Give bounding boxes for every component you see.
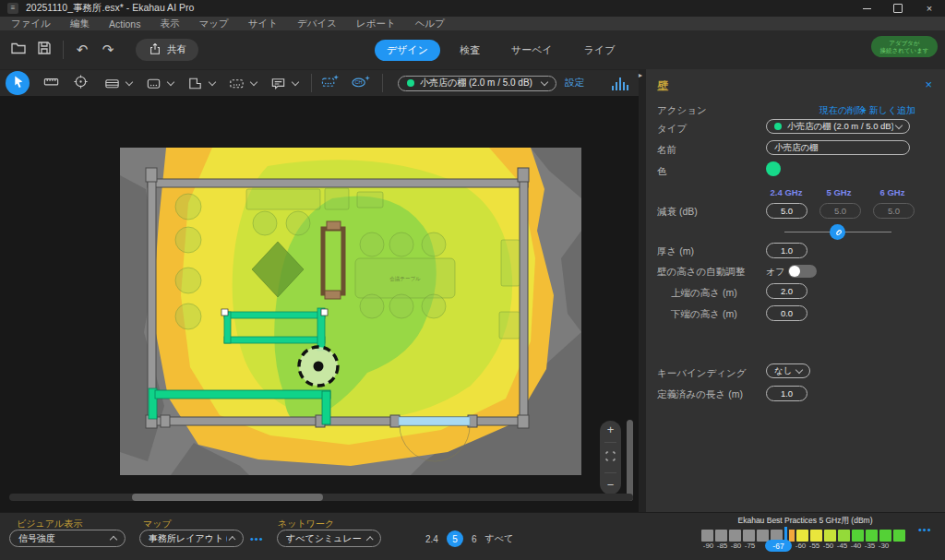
horizontal-scrollbar-thumb[interactable] bbox=[132, 494, 323, 501]
legend-swatch bbox=[879, 530, 891, 542]
legend-tick: -85 bbox=[715, 542, 729, 550]
wall-tool-button[interactable] bbox=[100, 72, 132, 94]
band-6-button[interactable]: 6 bbox=[472, 534, 477, 544]
link-frequencies-toggle[interactable] bbox=[830, 224, 845, 240]
name-label: 名前 bbox=[657, 144, 676, 157]
band-5-button[interactable]: 5 bbox=[447, 530, 463, 547]
legend-swatch bbox=[789, 530, 795, 542]
calibrate-tool-button[interactable] bbox=[68, 72, 92, 94]
chevron-up-icon bbox=[110, 536, 117, 543]
freq-header-5ghz[interactable]: 5 GHz bbox=[813, 187, 865, 197]
crosshair-icon bbox=[72, 73, 90, 94]
menu-item-site[interactable]: サイト bbox=[248, 18, 278, 30]
map-more-button[interactable]: ••• bbox=[250, 533, 264, 544]
color-swatch[interactable] bbox=[766, 161, 781, 176]
simulated-ap-tool-button[interactable] bbox=[224, 72, 257, 94]
selection-handle[interactable] bbox=[221, 309, 228, 316]
door-window[interactable] bbox=[399, 417, 470, 425]
ai-channel-plan-button[interactable]: CH bbox=[349, 72, 373, 94]
undo-button[interactable]: ↶ bbox=[69, 38, 95, 62]
chevron-up-icon bbox=[229, 536, 236, 543]
minimize-button[interactable] bbox=[851, 0, 882, 17]
delete-current-link[interactable]: 現在の削除 bbox=[819, 104, 866, 117]
visual-display-dropdown[interactable]: 信号強度 bbox=[9, 530, 126, 547]
menu-item-map[interactable]: マップ bbox=[198, 18, 228, 30]
panel-collapse-arrow[interactable]: ▸ bbox=[639, 71, 642, 79]
bottom-height-input[interactable]: 0.0 bbox=[766, 305, 807, 321]
menu-item-edit[interactable]: 編集 bbox=[70, 18, 90, 30]
auto-height-toggle[interactable] bbox=[788, 265, 817, 278]
tab-survey[interactable]: サーベイ bbox=[499, 40, 565, 61]
attenuation-input-24ghz[interactable]: 5.0 bbox=[766, 203, 807, 219]
histogram-button[interactable] bbox=[612, 77, 629, 90]
menu-item-report[interactable]: レポート bbox=[356, 18, 396, 30]
name-input[interactable]: 小売店の棚 bbox=[766, 140, 910, 155]
network-label: ネットワーク bbox=[278, 518, 334, 530]
band-all-button[interactable]: すべて bbox=[484, 532, 513, 545]
vertical-scrollbar[interactable] bbox=[627, 420, 633, 501]
toolbar-divider bbox=[382, 74, 383, 92]
menu-item-device[interactable]: デバイス bbox=[297, 18, 337, 30]
zoom-out-button[interactable]: − bbox=[607, 480, 615, 491]
network-dropdown[interactable]: すべてシミュレート... bbox=[277, 530, 381, 547]
share-button[interactable]: 共有 bbox=[136, 39, 198, 61]
threshold-pill[interactable]: -67 bbox=[765, 540, 792, 552]
horizontal-scrollbar[interactable] bbox=[9, 494, 633, 501]
close-button[interactable]: × bbox=[914, 0, 945, 17]
zoom-fit-button[interactable] bbox=[604, 449, 616, 466]
open-project-button[interactable] bbox=[6, 38, 31, 62]
map-canvas[interactable]: 会議テーブル bbox=[0, 96, 639, 512]
keybinding-dropdown[interactable]: なし bbox=[766, 363, 810, 378]
ruler-tool-button[interactable] bbox=[39, 72, 63, 94]
thickness-input[interactable]: 1.0 bbox=[766, 243, 807, 258]
menu-item-help[interactable]: ヘルプ bbox=[415, 18, 445, 30]
access-point[interactable] bbox=[299, 347, 338, 386]
window-title: 20251110_事務所.esx* - Ekahau AI Pro bbox=[26, 2, 194, 15]
legend-tick: -30 bbox=[877, 542, 891, 550]
legend-tick: -50 bbox=[821, 542, 835, 550]
tab-design[interactable]: デザイン bbox=[375, 40, 440, 61]
add-new-link[interactable]: + 新しく追加 bbox=[861, 104, 915, 117]
wall-type-dropdown[interactable]: 小売店の棚 (2.0 m / 5.0 dB) bbox=[398, 76, 556, 91]
legend-swatch bbox=[824, 530, 836, 542]
access-point-tool-icon bbox=[141, 72, 165, 94]
legend-more-button[interactable]: ••• bbox=[918, 524, 932, 535]
map-dropdown[interactable]: 事務所レイアウト (1)_1 bbox=[139, 530, 244, 547]
attenuation-input-5ghz[interactable]: 5.0 bbox=[819, 203, 861, 219]
zoom-in-button[interactable]: + bbox=[607, 424, 615, 435]
attenuation-input-6ghz[interactable]: 5.0 bbox=[873, 203, 915, 219]
type-dropdown[interactable]: 小売店の棚 (2.0 m / 5.0 dB) bbox=[766, 119, 910, 134]
top-height-input[interactable]: 2.0 bbox=[766, 283, 807, 299]
ai-auto-plan-button[interactable] bbox=[317, 72, 341, 94]
note-tool-button[interactable] bbox=[266, 72, 298, 94]
map-workspace: CH 小売店の棚 (2.0 m / 5.0 dB) 設定 bbox=[0, 69, 639, 512]
tab-inspect[interactable]: 検査 bbox=[448, 40, 492, 61]
maximize-button[interactable] bbox=[882, 0, 914, 17]
menu-item-file[interactable]: ファイル bbox=[11, 18, 51, 30]
panel-splitter[interactable]: ▸ bbox=[639, 69, 646, 512]
selection-handle[interactable] bbox=[321, 309, 328, 316]
redo-icon: ↷ bbox=[102, 42, 114, 58]
panel-close-button[interactable]: × bbox=[925, 77, 932, 91]
tab-live[interactable]: ライブ bbox=[572, 40, 628, 61]
legend-swatch bbox=[743, 530, 755, 542]
redo-button[interactable]: ↷ bbox=[95, 38, 121, 62]
ap-tool-button[interactable] bbox=[141, 72, 173, 94]
band-24-button[interactable]: 2.4 bbox=[425, 534, 438, 544]
menu-item-view[interactable]: 表示 bbox=[160, 18, 179, 30]
settings-link[interactable]: 設定 bbox=[565, 77, 584, 89]
name-value: 小売店の棚 bbox=[774, 142, 819, 154]
area-tool-button[interactable] bbox=[183, 72, 215, 94]
freq-header-6ghz[interactable]: 6 GHz bbox=[867, 187, 918, 197]
top-height-label: 上端の高さ (m) bbox=[671, 287, 737, 300]
titlebar: ≡ 20251110_事務所.esx* - Ekahau AI Pro × bbox=[0, 0, 945, 17]
channel-sparkle-icon: CH bbox=[351, 73, 371, 94]
pointer-tool-button[interactable] bbox=[6, 71, 30, 95]
freq-header-24ghz[interactable]: 2.4 GHz bbox=[760, 187, 812, 197]
save-project-button[interactable] bbox=[31, 38, 57, 62]
predefined-length-input[interactable]: 1.0 bbox=[766, 386, 807, 401]
note-icon bbox=[266, 72, 290, 94]
menu-item-actions[interactable]: Actions bbox=[109, 18, 140, 30]
main-region: CH 小売店の棚 (2.0 m / 5.0 dB) 設定 bbox=[0, 69, 945, 512]
legend-swatch bbox=[810, 530, 822, 542]
